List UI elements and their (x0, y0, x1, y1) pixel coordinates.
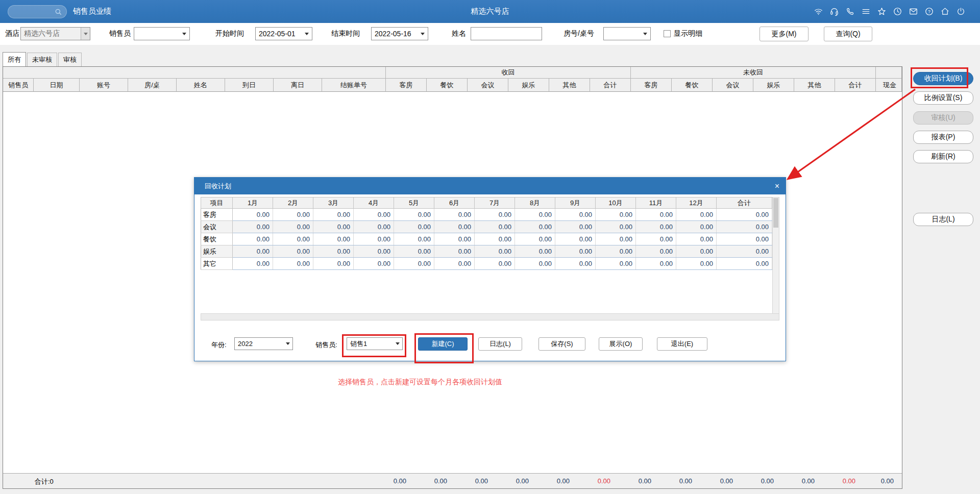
plan-cell-value[interactable]: 0.00 (717, 209, 772, 221)
plan-cell-value[interactable]: 0.00 (515, 221, 555, 233)
plan-column-header[interactable]: 10月 (596, 197, 636, 209)
plan-cell-value[interactable]: 0.00 (515, 245, 555, 258)
plan-cell-value[interactable]: 0.00 (636, 209, 676, 221)
plan-cell-value[interactable]: 0.00 (717, 245, 772, 258)
grid-column-header[interactable]: 合计 (590, 79, 631, 92)
query-button[interactable]: 查询(Q) (824, 27, 872, 41)
dialog-log-button[interactable]: 日志(L) (478, 337, 522, 351)
plan-column-header[interactable]: 5月 (394, 197, 434, 209)
grid-column-header[interactable]: 客房 (386, 79, 427, 92)
home-icon[interactable] (940, 7, 950, 16)
plan-cell-value[interactable]: 0.00 (475, 258, 515, 270)
plan-cell-value[interactable]: 0.00 (394, 209, 434, 221)
grid-column-header[interactable]: 娱乐 (508, 79, 549, 92)
plan-cell-value[interactable]: 0.00 (676, 233, 717, 245)
plan-cell-value[interactable]: 0.00 (515, 258, 555, 270)
grid-column-header[interactable]: 到日 (225, 79, 274, 92)
plan-cell-value[interactable]: 0.00 (434, 209, 475, 221)
plan-cell-value[interactable]: 0.00 (273, 209, 313, 221)
plan-cell-value[interactable]: 0.00 (394, 258, 434, 270)
show-detail-checkbox[interactable] (664, 30, 671, 37)
plan-cell-value[interactable]: 0.00 (717, 221, 772, 233)
tab-unaudited[interactable]: 未审核 (27, 53, 57, 66)
plan-cell-value[interactable]: 0.00 (354, 221, 394, 233)
headset-icon[interactable] (829, 7, 839, 16)
guest-name-input[interactable] (471, 27, 542, 40)
mail-icon[interactable] (909, 7, 918, 16)
hotel-select[interactable]: 精选六号店 (20, 27, 90, 40)
ratio-settings-button[interactable]: 比例设置(S) (913, 91, 973, 105)
plan-cell-value[interactable]: 0.00 (313, 209, 354, 221)
plan-cell-value[interactable]: 0.00 (394, 221, 434, 233)
plan-cell-value[interactable]: 0.00 (273, 221, 313, 233)
plan-column-header[interactable]: 9月 (555, 197, 596, 209)
plan-cell-value[interactable]: 0.00 (555, 209, 596, 221)
grid-column-header[interactable]: 现金 (876, 79, 902, 92)
plan-cell-value[interactable]: 0.00 (596, 221, 636, 233)
log-button[interactable]: 日志(L) (913, 213, 973, 226)
plan-cell-value[interactable]: 0.00 (354, 233, 394, 245)
plan-cell-value[interactable]: 0.00 (475, 245, 515, 258)
more-button[interactable]: 更多(M) (760, 27, 808, 41)
wifi-icon[interactable] (814, 7, 823, 16)
salesperson-select[interactable] (134, 27, 190, 40)
plan-column-header[interactable]: 项目 (201, 197, 233, 209)
dialog-title-bar[interactable]: 回收计划 × (194, 178, 786, 194)
plan-column-header[interactable]: 7月 (475, 197, 515, 209)
refresh-button[interactable]: 刷新(R) (913, 150, 973, 163)
end-date-select[interactable]: 2022-05-16 (371, 27, 428, 40)
grid-column-header[interactable]: 房/桌 (128, 79, 177, 92)
plan-column-header[interactable]: 3月 (313, 197, 354, 209)
plan-column-header[interactable]: 12月 (676, 197, 717, 209)
star-icon[interactable] (877, 7, 887, 16)
plan-cell-value[interactable]: 0.00 (354, 209, 394, 221)
dialog-salesperson-select[interactable]: 销售1 (347, 337, 403, 350)
plan-cell-value[interactable]: 0.00 (394, 233, 434, 245)
plan-cell-value[interactable]: 0.00 (233, 258, 273, 270)
grid-column-header[interactable]: 日期 (34, 79, 80, 92)
save-button[interactable]: 保存(S) (538, 337, 585, 351)
plan-column-header[interactable]: 4月 (354, 197, 394, 209)
dialog-vertical-scrollbar[interactable] (772, 197, 779, 320)
plan-cell-value[interactable]: 0.00 (676, 221, 717, 233)
report-button[interactable]: 报表(P) (913, 131, 973, 144)
plan-cell-value[interactable]: 0.00 (434, 233, 475, 245)
plan-cell-value[interactable]: 0.00 (233, 209, 273, 221)
grid-column-header[interactable]: 餐饮 (427, 79, 468, 92)
plan-cell-value[interactable]: 0.00 (636, 233, 676, 245)
plan-cell-value[interactable]: 0.00 (515, 209, 555, 221)
plan-cell-value[interactable]: 0.00 (434, 245, 475, 258)
plan-cell-value[interactable]: 0.00 (313, 233, 354, 245)
grid-column-header[interactable]: 合计 (835, 79, 876, 92)
plan-cell-value[interactable]: 0.00 (717, 258, 772, 270)
grid-column-header[interactable]: 其他 (794, 79, 835, 92)
plan-cell-value[interactable]: 0.00 (313, 245, 354, 258)
grid-column-header[interactable]: 娱乐 (753, 79, 794, 92)
plan-cell-value[interactable]: 0.00 (273, 233, 313, 245)
plan-cell-value[interactable]: 0.00 (676, 209, 717, 221)
dialog-horizontal-scrollbar[interactable] (201, 313, 779, 320)
plan-cell-value[interactable]: 0.00 (273, 245, 313, 258)
new-button[interactable]: 新建(C) (418, 337, 468, 351)
year-select[interactable]: 2022 (234, 337, 293, 350)
plan-column-header[interactable]: 11月 (636, 197, 676, 209)
recycle-plan-button[interactable]: 收回计划(B) (913, 72, 973, 85)
plan-cell-value[interactable]: 0.00 (354, 258, 394, 270)
plan-cell-value[interactable]: 0.00 (475, 233, 515, 245)
grid-column-header[interactable]: 餐饮 (672, 79, 713, 92)
grid-column-header[interactable]: 会议 (713, 79, 753, 92)
tab-audited[interactable]: 审核 (58, 53, 82, 66)
plan-cell-value[interactable]: 0.00 (475, 221, 515, 233)
phone-icon[interactable] (845, 7, 855, 16)
plan-cell-value[interactable]: 0.00 (676, 258, 717, 270)
exit-button[interactable]: 退出(E) (657, 337, 707, 351)
plan-cell-value[interactable]: 0.00 (555, 245, 596, 258)
grid-column-header[interactable]: 客房 (631, 79, 672, 92)
plan-cell-value[interactable]: 0.00 (313, 258, 354, 270)
plan-column-header[interactable]: 6月 (434, 197, 475, 209)
plan-column-header[interactable]: 2月 (273, 197, 313, 209)
plan-cell-value[interactable]: 0.00 (515, 233, 555, 245)
plan-cell-value[interactable]: 0.00 (434, 221, 475, 233)
close-icon[interactable]: × (775, 182, 779, 190)
plan-cell-value[interactable]: 0.00 (555, 221, 596, 233)
